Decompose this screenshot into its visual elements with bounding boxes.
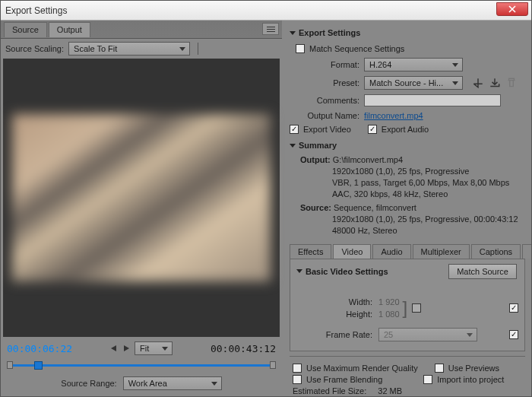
tab-output[interactable]: Output bbox=[49, 22, 90, 37]
export-audio-label: Export Audio bbox=[382, 125, 429, 134]
tab-captions[interactable]: Captions bbox=[471, 244, 521, 259]
width-value[interactable]: 1 920 bbox=[378, 297, 400, 306]
content: Source Output Source Scaling: Scale To F… bbox=[1, 21, 531, 396]
summary-output-line4: AAC, 320 kbps, 48 kHz, Stereo bbox=[332, 189, 525, 200]
link-dimensions-checkbox[interactable] bbox=[412, 303, 421, 313]
summary-block: Output: G:\filmconvert.mp4 1920x1080 (1,… bbox=[300, 154, 525, 237]
trash-icon bbox=[505, 77, 518, 89]
export-av-row: Export Video Export Audio bbox=[290, 125, 525, 134]
dimensions-match-checkbox[interactable] bbox=[509, 303, 518, 313]
fit-label: Fit bbox=[140, 344, 149, 353]
scaling-label: Source Scaling: bbox=[5, 44, 64, 53]
zoom-fit-dropdown[interactable]: Fit bbox=[135, 341, 173, 355]
source-range-row: Source Range: Work Area bbox=[7, 376, 276, 390]
max-quality-label: Use Maximum Render Quality bbox=[306, 364, 418, 373]
summary-source-line3: 48000 Hz, Stereo bbox=[332, 225, 525, 237]
window-close-button[interactable] bbox=[496, 2, 528, 16]
basic-video-title: Basic Video Settings bbox=[306, 267, 388, 276]
export-settings-title: Export Settings bbox=[299, 28, 360, 37]
match-sequence-label: Match Sequence Settings bbox=[309, 44, 404, 53]
bottom-panel: Use Maximum Render Quality Use Previews … bbox=[290, 356, 525, 396]
frame-blend-checkbox[interactable] bbox=[293, 375, 302, 384]
use-previews-checkbox[interactable] bbox=[435, 364, 444, 373]
frame-rate-dropdown[interactable]: 25 bbox=[378, 328, 477, 341]
summary-title: Summary bbox=[299, 141, 337, 150]
import-preset-button[interactable] bbox=[489, 77, 501, 89]
tab-audio[interactable]: Audio bbox=[372, 244, 410, 259]
comments-label: Comments: bbox=[290, 96, 359, 105]
in-point-handle[interactable] bbox=[7, 361, 13, 369]
panel-menu-button[interactable] bbox=[262, 23, 279, 35]
frame-rate-match-checkbox[interactable] bbox=[509, 330, 518, 339]
format-dropdown[interactable]: H.264 bbox=[364, 58, 463, 71]
preset-icons bbox=[472, 77, 518, 89]
close-icon bbox=[508, 5, 516, 13]
import-preset-icon bbox=[489, 77, 501, 89]
import-project-checkbox[interactable] bbox=[423, 375, 432, 384]
summary-output-label: Output: bbox=[300, 155, 331, 164]
scaling-value: Scale To Fit bbox=[74, 44, 117, 53]
tab-ftp[interactable]: FTP bbox=[522, 244, 531, 259]
summary-source-line2: 1920x1080 (1,0), 25 fps, Progressive, 00… bbox=[332, 214, 525, 225]
output-name-link[interactable]: filmconvert.mp4 bbox=[364, 111, 423, 120]
source-scaling-dropdown[interactable]: Scale To Fit bbox=[68, 42, 190, 56]
preview-image bbox=[12, 114, 271, 281]
match-sequence-checkbox[interactable] bbox=[296, 44, 305, 53]
use-previews-label: Use Previews bbox=[448, 364, 499, 373]
summary-output-line2: 1920x1080 (1,0), 25 fps, Progressive bbox=[332, 166, 525, 177]
frame-rate-value: 25 bbox=[384, 330, 393, 339]
playhead[interactable] bbox=[34, 361, 43, 370]
tab-multiplexer[interactable]: Multiplexer bbox=[413, 244, 470, 259]
match-sequence-row: Match Sequence Settings bbox=[296, 44, 525, 53]
play-start-icon[interactable] bbox=[110, 345, 118, 352]
video-preview[interactable] bbox=[3, 59, 280, 337]
save-preset-button[interactable] bbox=[472, 77, 484, 89]
basic-video-settings: Basic Video Settings Match Source Width:… bbox=[290, 259, 525, 351]
disclose-icon bbox=[290, 144, 296, 148]
height-label: Height: bbox=[296, 310, 372, 319]
summary-output-path: G:\filmconvert.mp4 bbox=[333, 155, 403, 164]
match-source-button[interactable]: Match Source bbox=[448, 264, 517, 279]
format-value: H.264 bbox=[369, 60, 391, 69]
output-name-label: Output Name: bbox=[290, 111, 359, 120]
frame-blend-label: Use Frame Blending bbox=[306, 375, 382, 384]
disclose-icon bbox=[296, 269, 302, 273]
preset-dropdown[interactable]: Match Source - Hi... bbox=[364, 76, 463, 90]
summary-output-line3: VBR, 1 pass, Target 6,00 Mbps, Max 8,00 … bbox=[332, 177, 525, 189]
comments-input[interactable] bbox=[364, 94, 501, 106]
max-quality-checkbox[interactable] bbox=[293, 364, 302, 373]
format-label: Format: bbox=[290, 60, 359, 69]
timeline-track[interactable] bbox=[7, 360, 276, 370]
height-value[interactable]: 1 080 bbox=[378, 310, 400, 319]
export-audio-checkbox[interactable] bbox=[368, 125, 377, 134]
export-video-label: Export Video bbox=[303, 125, 351, 134]
link-bracket-icon: ] bbox=[403, 300, 408, 315]
timeline-panel: 00:00:06:22 Fit 00:00:43:12 Source Range bbox=[1, 337, 282, 396]
est-size-value: 32 MB bbox=[378, 386, 402, 395]
tab-source[interactable]: Source bbox=[4, 22, 47, 37]
width-label: Width: bbox=[296, 297, 372, 306]
hamburger-icon bbox=[267, 27, 275, 32]
summary-header[interactable]: Summary bbox=[290, 141, 525, 150]
out-point-handle[interactable] bbox=[270, 361, 276, 369]
tab-video[interactable]: Video bbox=[333, 244, 371, 259]
est-size-label: Estimated File Size: bbox=[293, 386, 366, 395]
current-timecode[interactable]: 00:00:06:22 bbox=[7, 343, 72, 354]
settings-panel: Export Settings Match Sequence Settings … bbox=[282, 21, 531, 396]
export-video-checkbox[interactable] bbox=[290, 125, 299, 134]
delete-preset-button[interactable] bbox=[505, 77, 518, 89]
preset-value: Match Source - Hi... bbox=[369, 78, 443, 87]
timecode-row: 00:00:06:22 Fit 00:00:43:12 bbox=[7, 341, 276, 355]
window-title: Export Settings bbox=[5, 5, 67, 16]
preview-tabs: Source Output bbox=[1, 21, 282, 39]
source-range-dropdown[interactable]: Work Area bbox=[123, 376, 222, 390]
settings-tabs: Effects Video Audio Multiplexer Captions… bbox=[290, 244, 525, 259]
titlebar: Export Settings bbox=[1, 1, 531, 21]
play-end-icon[interactable] bbox=[122, 345, 130, 352]
import-project-label: Import into project bbox=[437, 375, 504, 384]
summary-source-label: Source: bbox=[300, 203, 331, 212]
export-settings-header[interactable]: Export Settings bbox=[290, 28, 525, 37]
save-preset-icon bbox=[472, 77, 484, 89]
tab-effects[interactable]: Effects bbox=[290, 244, 331, 259]
scaling-toolbar: Source Scaling: Scale To Fit bbox=[1, 39, 282, 59]
